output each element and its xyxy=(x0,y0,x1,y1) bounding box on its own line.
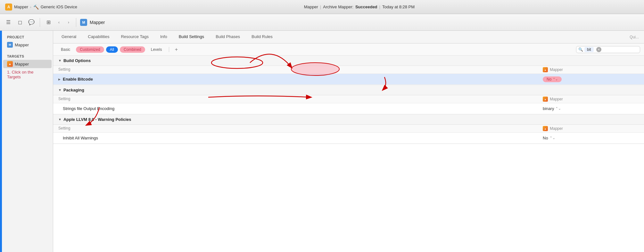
archive-text: Archive Mapper: xyxy=(323,4,353,9)
strings-output-label: Strings file Output Encoding xyxy=(63,106,543,111)
llvm-title: Apple LLVM 8.0 - Warning Policies xyxy=(63,117,131,122)
tab-build-rules[interactable]: Build Rules xyxy=(246,31,278,43)
target-icon: ▲ xyxy=(7,61,13,67)
col-mapper-header: ▲ Mapper xyxy=(543,67,639,72)
inhibit-value-cell: No ⌃⌄ xyxy=(543,136,639,140)
filter-customized-button[interactable]: Customized xyxy=(76,46,104,53)
inhibit-warnings-label: Inhibit All Warnings xyxy=(63,136,543,140)
xcode-icon: A xyxy=(5,4,12,11)
col-mapper-label: Mapper xyxy=(550,67,563,72)
inhibit-stepper[interactable]: ⌃⌄ xyxy=(549,136,555,140)
filter-levels-button[interactable]: Levels xyxy=(147,46,166,53)
enable-bitcode-badge[interactable]: No ⌃⌄ xyxy=(543,76,562,82)
strings-output-value: binary ⌃⌄ xyxy=(543,106,561,111)
col-headers-build-options: Setting ▲ Mapper xyxy=(53,66,644,74)
click-instruction: 1. Click on the Targets xyxy=(2,68,53,80)
project-section-header: PROJECT xyxy=(2,33,53,40)
title-center: Mapper | Archive Mapper: Succeeded | Tod… xyxy=(80,4,639,9)
sidebar-item-mapper-target[interactable]: ▲ Mapper xyxy=(3,60,52,68)
list-view-button[interactable]: ☰ xyxy=(4,18,13,27)
project-icon: M xyxy=(80,19,87,26)
timestamp: Today at 8:28 PM xyxy=(382,4,415,9)
col-headers-llvm: Setting ▲ Mapper xyxy=(53,125,644,133)
llvm-col-mapper-label: Mapper xyxy=(550,126,563,131)
packaging-header: ▼ Packaging xyxy=(53,85,644,95)
section-title: Build Options xyxy=(63,58,91,63)
project-name: Mapper xyxy=(90,20,105,25)
strings-stepper[interactable]: ⌃⌄ xyxy=(555,106,561,111)
sidebar-item-mapper-project[interactable]: M Mapper xyxy=(3,41,52,49)
breadcrumb-sep: › xyxy=(30,5,31,9)
targets-section-header: TARGETS xyxy=(2,52,53,59)
filter-combined-button[interactable]: Combined xyxy=(120,46,145,53)
grid-view-button[interactable]: ⊞ xyxy=(44,18,53,27)
project-label: Mapper xyxy=(15,43,29,47)
nav-back-button[interactable]: ‹ xyxy=(55,19,62,26)
search-box[interactable]: 🔍 bit ✕ xyxy=(576,46,640,53)
search-icon: 🔍 xyxy=(578,47,583,52)
hammer-icon: 🔨 xyxy=(33,4,39,10)
center-project: Mapper xyxy=(304,4,318,9)
main-layout: PROJECT M Mapper TARGETS ▲ Mapper 1. Cli… xyxy=(0,31,644,252)
llvm-header: ▼ Apple LLVM 8.0 - Warning Policies xyxy=(53,114,644,125)
toolbar: ☰ ◻ 💬 ⊞ ‹ › M Mapper xyxy=(0,14,644,31)
nav-forward-button[interactable]: › xyxy=(65,19,72,26)
mapper-col-icon: ▲ xyxy=(543,67,548,72)
filter-basic-button[interactable]: Basic xyxy=(57,46,74,53)
filter-add-button[interactable]: + xyxy=(172,46,180,53)
tab-info[interactable]: Info xyxy=(154,31,173,43)
search-clear-button[interactable]: ✕ xyxy=(596,47,601,52)
project-icon-sm: M xyxy=(7,42,13,48)
app-name: Mapper xyxy=(14,4,28,9)
col-setting-label: Setting xyxy=(58,67,543,72)
toolbar-divider2 xyxy=(76,18,76,27)
packaging-col-mapper-label: Mapper xyxy=(550,97,563,101)
title-bar: A Mapper › 🔨 Generic iOS Device Mapper |… xyxy=(0,0,644,14)
stepper-icon[interactable]: ⌃⌄ xyxy=(553,77,558,81)
tag-button[interactable]: ◻ xyxy=(15,18,24,27)
strings-output-row[interactable]: Strings file Output Encoding binary ⌃⌄ xyxy=(53,103,644,114)
enable-bitcode-value-cell: No ⌃⌄ xyxy=(543,76,639,82)
build-options-header: ▼ Build Options xyxy=(53,56,644,66)
llvm-collapse-triangle[interactable]: ▼ xyxy=(58,118,62,121)
enable-bitcode-row[interactable]: ▶ Enable Bitcode No ⌃⌄ xyxy=(53,74,644,85)
filter-all-button[interactable]: All xyxy=(106,46,118,53)
build-options-section: ▼ Build Options Setting ▲ Mapper ▶ Enabl… xyxy=(53,56,644,85)
inhibit-warnings-value: No ⌃⌄ xyxy=(543,136,555,140)
search-value[interactable]: bit xyxy=(584,47,594,52)
device-name: Generic iOS Device xyxy=(41,4,77,9)
filter-bar: Basic Customized All Combined Levels + 🔍… xyxy=(53,43,644,56)
llvm-section: ▼ Apple LLVM 8.0 - Warning Policies Sett… xyxy=(53,114,644,144)
quit-label: Qui... xyxy=(630,35,641,39)
sidebar: PROJECT M Mapper TARGETS ▲ Mapper 1. Cli… xyxy=(2,31,53,252)
packaging-col-setting-label: Setting xyxy=(58,97,543,102)
row-expand-icon[interactable]: ▶ xyxy=(58,78,63,81)
col-headers-packaging: Setting ▲ Mapper xyxy=(53,95,644,103)
packaging-section: ▼ Packaging Setting ▲ Mapper Strings fil… xyxy=(53,85,644,114)
llvm-col-setting-label: Setting xyxy=(58,126,543,131)
inhibit-warnings-row[interactable]: Inhibit All Warnings No ⌃⌄ xyxy=(53,133,644,144)
tab-build-settings[interactable]: Build Settings xyxy=(173,31,210,43)
llvm-mapper-col-icon: ▲ xyxy=(543,126,548,131)
tab-capabilities[interactable]: Capabilities xyxy=(82,31,115,43)
filter-separator xyxy=(169,47,169,52)
tab-bar: General Capabilities Resource Tags Info … xyxy=(53,31,644,43)
status-succeeded: Succeeded xyxy=(355,4,377,9)
enable-bitcode-value: No xyxy=(547,77,551,82)
collapse-triangle[interactable]: ▼ xyxy=(58,59,62,62)
enable-bitcode-label: Enable Bitcode xyxy=(63,77,543,82)
settings-area: ▼ Build Options Setting ▲ Mapper ▶ Enabl… xyxy=(53,56,644,252)
content-area: General Capabilities Resource Tags Info … xyxy=(53,31,644,252)
packaging-col-mapper-header: ▲ Mapper xyxy=(543,97,639,102)
packaging-collapse-triangle[interactable]: ▼ xyxy=(58,88,62,92)
llvm-col-mapper-header: ▲ Mapper xyxy=(543,126,639,131)
packaging-mapper-col-icon: ▲ xyxy=(543,97,548,102)
packaging-title: Packaging xyxy=(63,88,84,92)
strings-value-cell: binary ⌃⌄ xyxy=(543,106,639,111)
toolbar-divider xyxy=(40,18,40,27)
tab-general[interactable]: General xyxy=(56,31,82,43)
chat-button[interactable]: 💬 xyxy=(27,18,36,27)
tab-resource-tags[interactable]: Resource Tags xyxy=(115,31,154,43)
tab-build-phases[interactable]: Build Phases xyxy=(210,31,246,43)
breadcrumb: A Mapper › 🔨 Generic iOS Device xyxy=(5,4,77,11)
